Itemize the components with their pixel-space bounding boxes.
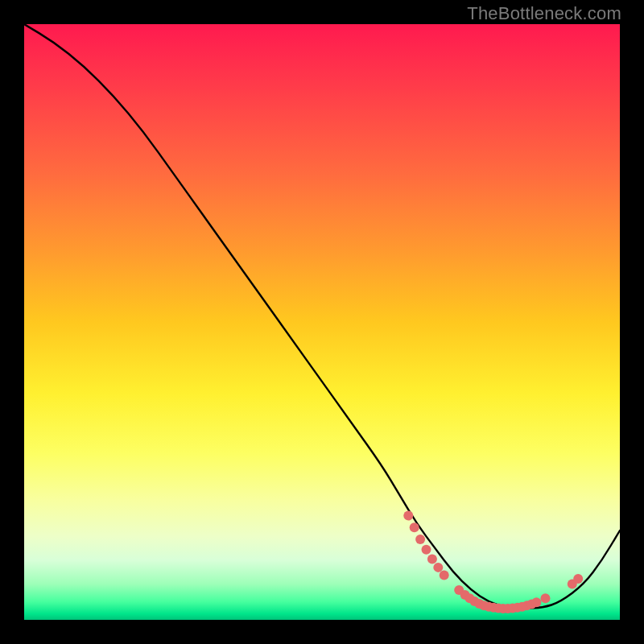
- curve-markers: [403, 511, 583, 613]
- curve-marker: [541, 593, 551, 603]
- curve-marker: [531, 597, 541, 607]
- curve-marker: [427, 555, 437, 564]
- curve-marker: [410, 522, 419, 532]
- curve-line: [24, 24, 620, 608]
- curve-marker: [440, 571, 449, 580]
- curve-marker: [403, 511, 413, 521]
- chart-svg: [24, 24, 620, 620]
- curve-marker: [422, 545, 431, 555]
- curve-marker: [573, 574, 583, 584]
- plot-area: [24, 24, 620, 620]
- chart-stage: TheBottleneck.com: [0, 0, 644, 644]
- watermark-text: TheBottleneck.com: [467, 3, 621, 24]
- curve-marker: [433, 563, 443, 572]
- curve-marker: [415, 535, 425, 544]
